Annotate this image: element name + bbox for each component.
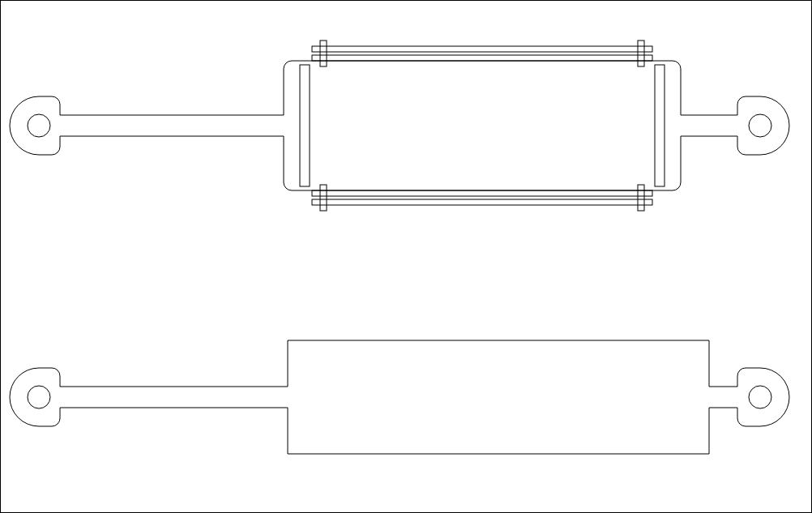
bottom-tie-rod-lower	[312, 199, 652, 205]
right-eye-hole-2	[749, 386, 771, 408]
frame	[1, 1, 812, 513]
top-tie-rod-lower	[312, 55, 652, 61]
cylinder-simplified-outline	[10, 340, 789, 454]
cylinder-detailed-outline	[10, 61, 789, 190]
top-tie-rod-nut-right	[638, 41, 644, 66]
bottom-tie-rod-upper	[312, 190, 652, 196]
cylinder-simplified-view	[10, 340, 789, 454]
bottom-tie-rod-nut-left	[320, 185, 327, 211]
left-eye-hole	[28, 114, 50, 137]
cylinder-diagram	[0, 0, 812, 513]
top-tie-rod-assembly	[312, 41, 652, 66]
top-tie-rod-upper	[312, 46, 652, 52]
bottom-tie-rod-nut-right	[638, 185, 644, 211]
top-tie-rod-nut-left	[320, 41, 327, 66]
bottom-tie-rod-assembly	[312, 185, 652, 211]
left-endcap-plate	[300, 65, 310, 186]
left-eye-hole-2	[28, 386, 50, 408]
right-eye-hole	[749, 114, 771, 137]
cylinder-detailed-view	[10, 41, 789, 211]
right-endcap-plate	[655, 65, 665, 186]
